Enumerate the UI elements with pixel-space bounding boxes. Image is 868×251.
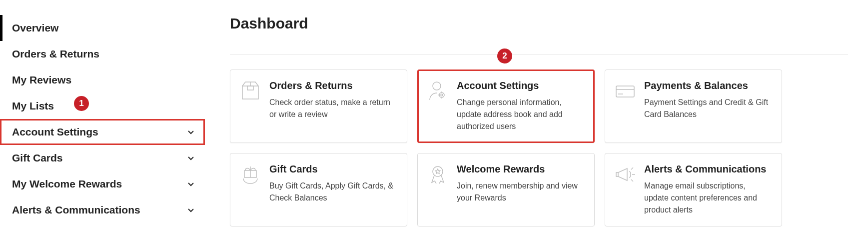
card-desc: Join, renew membership and view your Rew… — [457, 180, 584, 204]
chevron-down-icon — [187, 180, 195, 188]
card-welcome-rewards[interactable]: Welcome Rewards Join, renew membership a… — [417, 153, 595, 226]
divider — [230, 54, 848, 54]
chevron-down-icon — [187, 206, 195, 214]
page-title: Dashboard — [230, 15, 848, 32]
sidebar-item-welcome-rewards[interactable]: My Welcome Rewards — [0, 171, 205, 197]
card-title: Account Settings — [457, 80, 584, 92]
sidebar-item-label: Orders & Returns — [12, 48, 99, 60]
sidebar-item-my-lists[interactable]: My Lists 1 — [0, 93, 205, 119]
sidebar-item-overview[interactable]: Overview — [0, 15, 205, 41]
svg-line-19 — [631, 180, 633, 182]
svg-point-16 — [433, 166, 443, 176]
sidebar-item-label: My Reviews — [12, 74, 71, 86]
sidebar-item-my-reviews[interactable]: My Reviews — [0, 67, 205, 93]
card-desc: Payment Settings and Credit & Gift Card … — [644, 96, 772, 120]
person-gear-icon — [427, 80, 449, 102]
layout: Overview Orders & Returns My Reviews My … — [0, 0, 868, 226]
card-body: Orders & Returns Check order status, mak… — [269, 80, 397, 132]
card-title: Welcome Rewards — [457, 164, 584, 175]
card-grid: 2 Orders & Returns Check order status, m… — [230, 70, 848, 226]
card-desc: Buy Gift Cards, Apply Gift Cards, & Chec… — [269, 180, 397, 204]
chevron-down-icon — [187, 154, 195, 162]
card-body: Gift Cards Buy Gift Cards, Apply Gift Ca… — [269, 164, 397, 216]
gift-icon — [239, 164, 261, 186]
sidebar-item-label: Gift Cards — [12, 152, 63, 164]
sidebar-item-label: My Lists — [12, 100, 54, 112]
annotation-badge-1: 1 — [74, 96, 89, 111]
svg-rect-10 — [616, 86, 634, 97]
card-desc: Check order status, make a return or wri… — [269, 96, 397, 120]
svg-point-3 — [433, 82, 441, 90]
main: Dashboard 2 Orders & Returns Check ord — [205, 0, 868, 226]
card-orders-returns[interactable]: Orders & Returns Check order status, mak… — [230, 70, 407, 143]
card-gift-cards[interactable]: Gift Cards Buy Gift Cards, Apply Gift Ca… — [230, 153, 407, 226]
sidebar-item-label: Alerts & Communications — [12, 204, 140, 216]
card-title: Orders & Returns — [269, 80, 397, 92]
sidebar-item-gift-cards[interactable]: Gift Cards — [0, 145, 205, 171]
card-payments-balances[interactable]: Payments & Balances Payment Settings and… — [605, 70, 782, 143]
svg-rect-2 — [247, 86, 253, 90]
sidebar-item-label: Account Settings — [12, 126, 98, 138]
megaphone-icon — [614, 164, 636, 186]
card-alerts-communications[interactable]: Alerts & Communications Manage email sub… — [605, 153, 782, 226]
sidebar-item-account-settings[interactable]: Account Settings — [0, 119, 205, 145]
card-icon — [614, 80, 636, 102]
package-icon — [239, 80, 261, 102]
card-body: Payments & Balances Payment Settings and… — [644, 80, 772, 132]
annotation-badge-2: 2 — [497, 48, 512, 64]
card-body: Account Settings Change personal informa… — [457, 80, 584, 132]
ribbon-icon — [427, 164, 449, 186]
card-account-settings[interactable]: Account Settings Change personal informa… — [417, 70, 595, 143]
card-title: Payments & Balances — [644, 80, 772, 92]
card-title: Alerts & Communications — [644, 164, 772, 175]
card-body: Welcome Rewards Join, renew membership a… — [457, 164, 584, 216]
sidebar-item-label: Overview — [12, 22, 58, 34]
card-body: Alerts & Communications Manage email sub… — [644, 164, 772, 216]
sidebar: Overview Orders & Returns My Reviews My … — [0, 0, 205, 226]
svg-point-4 — [439, 92, 444, 98]
svg-point-5 — [441, 94, 443, 96]
sidebar-item-orders-returns[interactable]: Orders & Returns — [0, 41, 205, 67]
card-desc: Change personal information, update addr… — [457, 96, 584, 132]
sidebar-item-label: My Welcome Rewards — [12, 178, 122, 190]
chevron-down-icon — [187, 128, 195, 136]
sidebar-item-alerts-communications[interactable]: Alerts & Communications — [0, 197, 205, 223]
card-title: Gift Cards — [269, 164, 397, 175]
svg-rect-0 — [242, 86, 258, 99]
svg-line-17 — [631, 168, 633, 170]
card-desc: Manage email subscriptions, update conte… — [644, 180, 772, 216]
